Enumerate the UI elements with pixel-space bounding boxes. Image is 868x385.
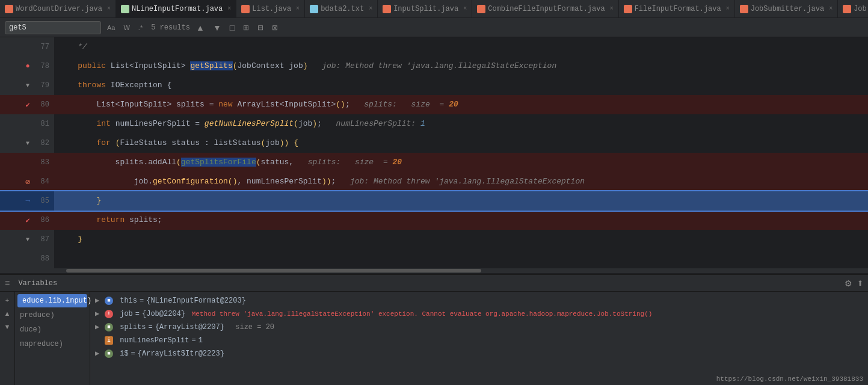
case-sensitive-button[interactable]: Aa (105, 23, 117, 32)
var-icon-numlines: i (105, 336, 113, 345)
code-content-82: for (FileStatus status : listStatus(job)… (54, 134, 868, 153)
var-name-this: this (115, 295, 137, 306)
tab-nline[interactable]: NLineInputFormat.java × (116, 0, 236, 18)
search-bar: Aa W .* 5 results ▲ ▼ □ ⊞ ⊟ ⊠ (0, 18, 868, 37)
tab-label: List.java (252, 5, 291, 13)
var-item-i: ▶ ■ i$ = {ArrayList$Itr@2223} (95, 347, 863, 360)
line-number-87: 87 (35, 235, 49, 244)
close-icon[interactable]: × (296, 5, 300, 12)
code-editor[interactable]: 77 */ ● 78 public List<InputSplit> getSp… (0, 37, 868, 274)
sidebar-item-preduce[interactable]: preduce) (15, 309, 90, 322)
gutter-empty-81 (23, 119, 32, 129)
fold-icon-87[interactable]: ▼ (23, 235, 32, 244)
filter2-button[interactable]: ⊠ (269, 22, 280, 33)
gutter-87: ▼ 87 (0, 230, 54, 249)
nav-up-button[interactable]: ▲ (1, 307, 13, 319)
java-icon (121, 5, 129, 13)
close-icon[interactable]: × (227, 5, 231, 12)
breakpoint-icon-78[interactable]: ● (23, 61, 32, 71)
tab-label: InputSplit.java (393, 5, 458, 13)
tab-label: CombineFileInputFormat.java (488, 5, 605, 13)
tab-wordcount[interactable]: WordCountDriver.java × (0, 0, 116, 18)
var-name-i: i$ (115, 348, 129, 359)
scrollbar-thumb[interactable] (66, 269, 481, 273)
whole-word-button[interactable]: W (121, 23, 132, 32)
tab-inputsplit[interactable]: InputSplit.java × (378, 0, 472, 18)
java-icon (241, 5, 250, 13)
var-arrow-job[interactable]: ▶ (95, 309, 102, 319)
var-eq-this: = (140, 295, 144, 306)
gutter-empty-83 (23, 158, 32, 167)
var-icon-this: ■ (105, 297, 113, 305)
search-input-wrap[interactable] (5, 21, 101, 34)
variables-area: + ▲ ▼ educe.lib.input) preduce) duce) ma… (0, 292, 868, 385)
tab-job[interactable]: Job. × (838, 0, 868, 18)
fold-icon-79[interactable]: ▼ (23, 81, 32, 90)
gutter-84: ⊘ 84 (0, 172, 54, 191)
code-content-85: } (54, 191, 868, 211)
tab-jobsubmitter[interactable]: JobSubmitter.java × (735, 0, 838, 18)
search-input[interactable] (9, 23, 93, 32)
close-icon[interactable]: × (726, 5, 730, 12)
line-number-84: 84 (35, 177, 49, 186)
tab-label: JobSubmitter.java (751, 5, 824, 13)
tab-bar: WordCountDriver.java × NLineInputFormat.… (0, 0, 868, 18)
java-icon (5, 5, 13, 13)
close-icon[interactable]: × (610, 5, 614, 12)
sidebar-item-mapreduce[interactable]: mapreduce) (15, 337, 90, 351)
gutter-79: ▼ 79 (0, 76, 54, 95)
check-icon-86[interactable]: ✔ (23, 215, 32, 225)
settings-button[interactable]: ⚙ (845, 279, 852, 288)
var-eq-splits: = (148, 322, 152, 333)
expand-button[interactable]: ⬆ (857, 279, 863, 288)
line-number-82: 82 (35, 139, 49, 147)
nav-down-button[interactable]: ▼ (1, 321, 13, 333)
var-arrow-this[interactable]: ▶ (95, 295, 102, 306)
check-icon-80[interactable]: ✔ (23, 100, 32, 109)
var-icon-job: ! (105, 310, 113, 318)
java-icon (383, 5, 391, 13)
tab-label: NLineInputFormat.java (132, 5, 223, 13)
var-arrow-i[interactable]: ▶ (95, 348, 102, 359)
fold-icon-82[interactable]: ▼ (23, 138, 32, 148)
line-number-81: 81 (35, 120, 49, 128)
gutter-86: ✔ 86 (0, 211, 54, 230)
tab-bdata[interactable]: bdata2.txt × (305, 0, 378, 18)
tab-combine[interactable]: CombineFileInputFormat.java × (472, 0, 618, 18)
no-entry-icon-84[interactable]: ⊘ (23, 177, 32, 186)
var-icon-i: ■ (105, 350, 113, 358)
regex-button[interactable]: .* (136, 23, 145, 32)
close-icon[interactable]: × (369, 5, 372, 12)
gutter-80: ✔ 80 (0, 95, 54, 114)
gutter-88: 88 (0, 249, 54, 268)
sidebar-item-input[interactable]: educe.lib.input) (17, 294, 87, 307)
tab-list[interactable]: List.java × (236, 0, 305, 18)
txt-icon (310, 5, 318, 13)
code-content-88 (54, 249, 868, 268)
var-arrow-numlines[interactable]: ▶ (95, 335, 102, 346)
tab-fileinput[interactable]: FileInputFormat.java × (619, 0, 735, 18)
tab-label: WordCountDriver.java (16, 5, 102, 13)
var-arrow-splits[interactable]: ▶ (95, 322, 102, 333)
next-result-button[interactable]: ▼ (211, 22, 224, 34)
var-name-numlines: numLinesPerSplit (115, 335, 189, 346)
close-icon[interactable]: × (107, 5, 111, 12)
gutter-85: → 85 (0, 191, 54, 211)
code-content-83: splits.addAll(getSplitsForFile(status, s… (54, 153, 868, 172)
add-watch-button[interactable]: + (1, 294, 13, 306)
close-icon[interactable]: × (829, 5, 833, 12)
var-eq-job: = (135, 309, 140, 319)
prev-result-button[interactable]: ▲ (194, 22, 207, 34)
var-item-numlines: ▶ i numLinesPerSplit = 1 (95, 334, 863, 347)
close-icon[interactable]: × (463, 5, 467, 12)
line-number-88: 88 (35, 254, 49, 263)
horizontal-scrollbar[interactable] (0, 268, 868, 273)
java-icon (624, 5, 632, 13)
more-options-button[interactable]: ⊟ (255, 22, 266, 33)
toggle-replace-button[interactable]: □ (227, 22, 237, 34)
filter-button[interactable]: ⊞ (241, 22, 251, 33)
sidebar-item-duce[interactable]: duce) (15, 323, 90, 336)
variables-tab[interactable]: Variables (14, 278, 61, 289)
code-line-88: 88 (0, 249, 868, 268)
gutter-empty-88 (23, 254, 32, 263)
